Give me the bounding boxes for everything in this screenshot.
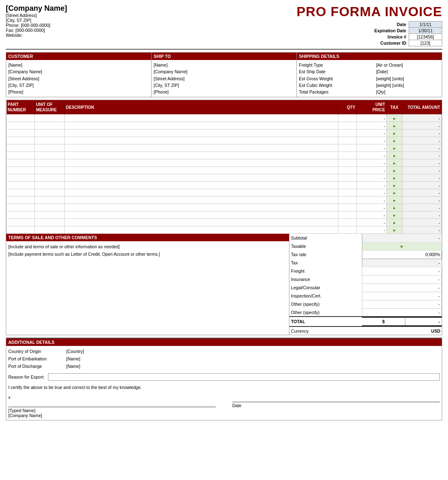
cell-unit-price: -	[357, 197, 387, 204]
date-value: 1/1/11	[409, 22, 442, 28]
est-gross-value: [weight] [units]	[376, 75, 440, 82]
cell-part-number	[7, 137, 35, 144]
cell-description	[65, 182, 338, 189]
cell-total-amount: -	[402, 167, 442, 174]
inspection-row: Inspection/Cert. -	[289, 292, 442, 300]
cell-total-amount: -	[402, 115, 442, 122]
company-street: [Street Address]	[6, 13, 296, 18]
info-row: CUSTOMER [Name] [Company Name] [Street A…	[6, 52, 442, 97]
sig-block-left: x [Typed Name] [Company Name]	[8, 395, 216, 418]
cell-unit-measure	[35, 197, 65, 204]
port-emb-label: Port of Embarkation	[8, 355, 66, 362]
country-value: [Country]	[66, 348, 440, 355]
cell-unit-measure	[35, 152, 65, 159]
cell-qty	[338, 152, 357, 159]
cell-qty	[338, 144, 357, 152]
expiration-value: 1/30/11	[409, 28, 442, 34]
table-row: -▸-	[7, 211, 442, 219]
company-phone: Phone: [000-000-0000]	[6, 23, 296, 28]
cell-description	[65, 197, 338, 204]
table-row: -▸-	[7, 130, 442, 137]
cell-description	[65, 167, 338, 174]
cell-description	[65, 159, 338, 167]
additional-body: Country of Origin [Country] Port of Emba…	[6, 346, 442, 420]
cell-part-number	[7, 144, 35, 152]
total-pkg-value: [Qty]	[376, 89, 440, 95]
customer-id-label: Customer ID	[373, 40, 409, 46]
insurance-value: -	[362, 275, 441, 283]
customer-header: CUSTOMER	[6, 53, 151, 60]
reason-label: Reason for Export:	[8, 374, 45, 379]
subtotal-value: -	[362, 234, 441, 242]
cell-description	[65, 115, 338, 122]
cell-qty	[338, 130, 357, 137]
currency-value: USD	[362, 326, 441, 335]
cell-tax: ▸	[387, 204, 402, 211]
table-row: -▸-	[7, 182, 442, 189]
table-row: -▸-	[7, 226, 442, 234]
cell-part-number	[7, 197, 35, 204]
cell-part-number	[7, 122, 35, 130]
additional-grid: Country of Origin [Country] Port of Emba…	[8, 348, 440, 370]
cell-tax: ▸	[387, 182, 402, 189]
cell-description	[65, 174, 338, 182]
customer-city: [City, ST ZIP]	[8, 82, 149, 89]
col-qty: QTY	[338, 100, 357, 115]
signature-row: x [Typed Name] [Company Name] Date	[8, 395, 440, 418]
cell-unit-measure	[35, 182, 65, 189]
cell-total-amount: -	[402, 197, 442, 204]
cell-total-amount: -	[402, 211, 442, 219]
cell-description	[65, 211, 338, 219]
freight-label: Freight	[289, 267, 362, 275]
cell-tax: ▸	[387, 226, 402, 234]
terms-line1: [Include and terms of sale or other info…	[8, 243, 287, 251]
cell-tax: ▸	[387, 137, 402, 144]
cell-description	[65, 130, 338, 137]
sig-company-name: [Company Name]	[8, 413, 216, 418]
inspection-value: -	[362, 292, 441, 300]
col-part-number: PART NUMBER	[7, 100, 35, 115]
table-row: -▸-	[7, 219, 442, 226]
ship-to-phone: [Phone]	[154, 89, 294, 95]
bottom-row: TERMS OF SALE AND OTHER COMMENTS [Includ…	[6, 234, 442, 335]
table-row: -▸-	[7, 167, 442, 174]
cell-unit-price: -	[357, 182, 387, 189]
tax-value: -	[362, 259, 441, 267]
currency-label: Currency	[289, 326, 362, 335]
currency-row: Currency USD	[289, 326, 442, 335]
subtotal-row: Subtotal -	[289, 234, 442, 242]
col-unit-price: UNITPRICE	[357, 100, 387, 115]
company-website: Website:	[6, 33, 296, 38]
cell-unit-measure	[35, 137, 65, 144]
cell-unit-measure	[35, 159, 65, 167]
cell-description	[65, 219, 338, 226]
reason-input[interactable]	[48, 373, 440, 381]
cell-unit-price: -	[357, 152, 387, 159]
table-row: -▸-	[7, 204, 442, 211]
col-description: DESCRIPTION	[65, 100, 338, 115]
cell-unit-measure	[35, 211, 65, 219]
freight-row: Freight -	[289, 267, 442, 275]
cell-tax: ▸	[387, 122, 402, 130]
reason-row: Reason for Export:	[8, 373, 440, 381]
cell-description	[65, 189, 338, 197]
cell-unit-measure	[35, 115, 65, 122]
certify-text: I certify the above to be true and corre…	[8, 385, 440, 390]
customer-phone: [Phone]	[8, 89, 149, 95]
cell-tax: ▸	[387, 130, 402, 137]
total-dollar: $	[362, 317, 405, 326]
tax-rate-label: Tax rate	[289, 250, 362, 259]
taxable-label: Taxable	[289, 242, 362, 250]
cell-qty	[338, 204, 357, 211]
cell-description	[65, 152, 338, 159]
header: [Company Name] [Street Address] [City, S…	[6, 4, 442, 50]
legal-label: Legal/Consular	[289, 283, 362, 292]
cell-tax: ▸	[387, 115, 402, 122]
cell-part-number	[7, 211, 35, 219]
ship-to-city: [City, ST ZIP]	[154, 82, 294, 89]
cell-unit-price: -	[357, 219, 387, 226]
cell-tax: ▸	[387, 219, 402, 226]
table-row: -▸-	[7, 144, 442, 152]
cell-part-number	[7, 152, 35, 159]
insurance-label: Insurance	[289, 275, 362, 283]
